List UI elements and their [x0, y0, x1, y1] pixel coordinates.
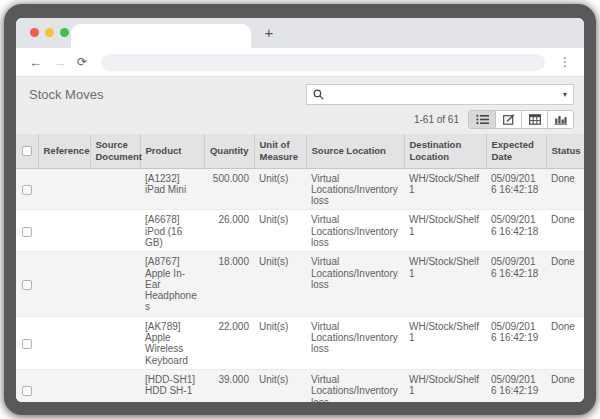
cell-product: [A6678] iPod (16 GB) — [140, 210, 204, 252]
pager-text: 1-61 of 61 — [414, 114, 459, 125]
cell-destination-location: WH/Stock/Shelf 1 — [404, 252, 486, 316]
cell-quantity: 26.000 — [204, 210, 254, 252]
column-header-source-document[interactable]: Source Document — [90, 134, 140, 168]
row-checkbox[interactable] — [22, 185, 32, 195]
cell-uom: Unit(s) — [254, 369, 306, 402]
cell-product: [A1232] iPad Mini — [140, 168, 204, 210]
minimize-window-button[interactable] — [45, 28, 54, 37]
cell-expected-date: 05/09/2016 16:42:18 — [486, 210, 546, 252]
grid-view-button[interactable] — [521, 111, 547, 128]
cell-source-document — [90, 252, 140, 316]
traffic-lights — [30, 28, 69, 37]
cell-reference — [38, 168, 90, 210]
new-tab-button[interactable]: + — [259, 23, 279, 43]
row-checkbox[interactable] — [22, 339, 32, 349]
close-window-button[interactable] — [30, 28, 39, 37]
cell-reference — [38, 369, 90, 402]
cell-destination-location: WH/Stock/Shelf 1 — [404, 168, 486, 210]
select-all-checkbox[interactable] — [22, 146, 32, 156]
row-checkbox[interactable] — [22, 227, 32, 237]
address-bar[interactable] — [101, 54, 545, 71]
search-filter-caret-icon[interactable]: ▾ — [563, 90, 567, 99]
cell-status: Done — [546, 316, 584, 369]
column-header-expected-date[interactable]: Expected Date — [486, 134, 546, 168]
browser-tab[interactable] — [71, 24, 251, 48]
table-row[interactable]: [AK789] Apple Wireless Keyboard 22.000 U… — [16, 316, 584, 369]
column-header-unit-of-measure[interactable]: Unit of Measure — [254, 134, 306, 168]
cell-status: Done — [546, 168, 584, 210]
cell-source-document — [90, 210, 140, 252]
column-header-quantity[interactable]: Quantity — [204, 134, 254, 168]
row-checkbox[interactable] — [22, 386, 32, 396]
cell-source-location: Virtual Locations/Inventory loss — [306, 252, 404, 316]
table-header-row: Reference Source Document Product Quanti… — [16, 134, 584, 168]
maximize-window-button[interactable] — [60, 28, 69, 37]
grid-view-icon — [529, 114, 541, 125]
forward-icon: → — [53, 56, 66, 69]
cell-reference — [38, 210, 90, 252]
form-view-button[interactable] — [495, 111, 521, 128]
page-title: Stock Moves — [29, 87, 103, 102]
cell-destination-location: WH/Stock/Shelf 1 — [404, 316, 486, 369]
cell-source-document — [90, 369, 140, 402]
cell-expected-date: 05/09/2016 16:42:19 — [486, 316, 546, 369]
stock-moves-table: Reference Source Document Product Quanti… — [16, 134, 584, 402]
cell-uom: Unit(s) — [254, 316, 306, 369]
browser-toolbar: ← → ⟳ ⋮ — [16, 48, 584, 76]
graph-view-icon — [554, 114, 567, 125]
browser-mockup-frame: + ← → ⟳ ⋮ Stock Moves ▾ — [4, 4, 596, 415]
cell-uom: Unit(s) — [254, 252, 306, 316]
cell-source-location: Virtual Locations/Inventory loss — [306, 369, 404, 402]
list-view-icon — [476, 114, 489, 125]
view-switcher — [468, 110, 574, 129]
browser-menu-icon[interactable]: ⋮ — [559, 55, 571, 69]
cell-source-document — [90, 168, 140, 210]
stock-moves-table-container: Reference Source Document Product Quanti… — [16, 134, 584, 402]
back-icon[interactable]: ← — [29, 56, 42, 69]
column-header-source-location[interactable]: Source Location — [306, 134, 404, 168]
list-view-button[interactable] — [469, 111, 495, 128]
cell-status: Done — [546, 210, 584, 252]
cell-product: [AK789] Apple Wireless Keyboard — [140, 316, 204, 369]
cell-product: [A8767] Apple In-Ear Headphones — [140, 252, 204, 316]
cell-reference — [38, 316, 90, 369]
tab-strip: + — [16, 18, 584, 48]
cell-quantity: 18.000 — [204, 252, 254, 316]
cell-status: Done — [546, 369, 584, 402]
graph-view-button[interactable] — [547, 111, 573, 128]
table-row[interactable]: [A6678] iPod (16 GB) 26.000 Unit(s) Virt… — [16, 210, 584, 252]
row-checkbox[interactable] — [22, 280, 32, 290]
form-view-icon — [503, 114, 515, 125]
cell-source-location: Virtual Locations/Inventory loss — [306, 316, 404, 369]
cell-source-location: Virtual Locations/Inventory loss — [306, 210, 404, 252]
table-row[interactable]: [A1232] iPad Mini 500.000 Unit(s) Virtua… — [16, 168, 584, 210]
cell-quantity: 22.000 — [204, 316, 254, 369]
reload-icon[interactable]: ⟳ — [77, 56, 87, 68]
cell-status: Done — [546, 252, 584, 316]
control-panel: Stock Moves ▾ 1-61 of 61 — [16, 76, 584, 134]
table-row[interactable]: [HDD-SH1] HDD SH-1 39.000 Unit(s) Virtua… — [16, 369, 584, 402]
cell-expected-date: 05/09/2016 16:42:18 — [486, 168, 546, 210]
cell-expected-date: 05/09/2016 16:42:18 — [486, 252, 546, 316]
column-header-reference[interactable]: Reference — [38, 134, 90, 168]
cell-uom: Unit(s) — [254, 168, 306, 210]
table-row[interactable]: [A8767] Apple In-Ear Headphones 18.000 U… — [16, 252, 584, 316]
cell-expected-date: 05/09/2016 16:42:19 — [486, 369, 546, 402]
cell-quantity: 500.000 — [204, 168, 254, 210]
search-icon — [313, 89, 324, 100]
cell-destination-location: WH/Stock/Shelf 1 — [404, 369, 486, 402]
search-input[interactable] — [329, 87, 558, 102]
cell-quantity: 39.000 — [204, 369, 254, 402]
search-box[interactable]: ▾ — [306, 84, 574, 105]
browser-window: + ← → ⟳ ⋮ Stock Moves ▾ — [16, 18, 584, 402]
cell-product: [HDD-SH1] HDD SH-1 — [140, 369, 204, 402]
cell-source-document — [90, 316, 140, 369]
cell-destination-location: WH/Stock/Shelf 1 — [404, 210, 486, 252]
column-header-product[interactable]: Product — [140, 134, 204, 168]
column-header-status[interactable]: Status — [546, 134, 584, 168]
cell-reference — [38, 252, 90, 316]
cell-source-location: Virtual Locations/Inventory loss — [306, 168, 404, 210]
column-header-destination-location[interactable]: Destination Location — [404, 134, 486, 168]
cell-uom: Unit(s) — [254, 210, 306, 252]
